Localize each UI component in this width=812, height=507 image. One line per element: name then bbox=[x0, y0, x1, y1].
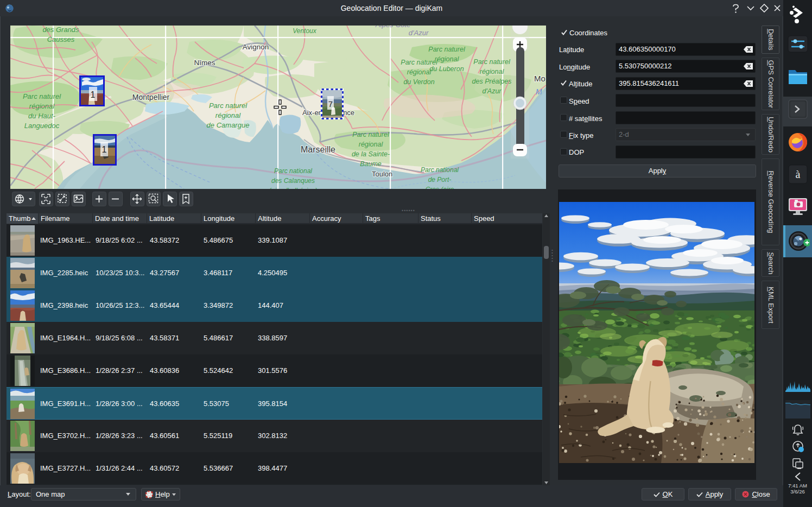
svg-text:d'Azur: d'Azur bbox=[409, 29, 429, 37]
svg-text:Parc naturel: Parc naturel bbox=[209, 102, 248, 110]
svg-text:à: à bbox=[796, 168, 801, 180]
svg-text:Avignon: Avignon bbox=[243, 43, 269, 51]
svg-text:régional: régional bbox=[435, 55, 460, 63]
svg-text:régional: régional bbox=[215, 111, 241, 119]
svg-text:1: 1 bbox=[102, 145, 107, 154]
svg-text:Parc naturel: Parc naturel bbox=[473, 58, 511, 66]
svg-text:d'Azur: d'Azur bbox=[482, 87, 502, 95]
svg-text:Nîmes: Nîmes bbox=[194, 59, 215, 67]
svg-text:Ventoux: Ventoux bbox=[293, 27, 317, 35]
svg-text:Parc naturel: Parc naturel bbox=[23, 92, 61, 100]
svg-text:de Camargue: de Camargue bbox=[207, 121, 250, 129]
svg-text:Montpellier: Montpellier bbox=[132, 93, 170, 102]
svg-text:Parc national: Parc national bbox=[274, 167, 312, 175]
svg-text:Parc national: Parc national bbox=[421, 166, 459, 174]
svg-text:régional: régional bbox=[29, 102, 55, 110]
svg-text:Mo: Mo bbox=[534, 74, 545, 83]
svg-text:du Haut-: du Haut- bbox=[28, 112, 56, 120]
svg-text:1: 1 bbox=[91, 90, 96, 99]
svg-text:de Port-: de Port- bbox=[428, 176, 452, 183]
svg-text:du Luberon: du Luberon bbox=[429, 65, 464, 73]
svg-text:M: M bbox=[536, 87, 542, 96]
svg-text:des Préalpes: des Préalpes bbox=[472, 78, 512, 85]
svg-text:des Calanques: des Calanques bbox=[271, 177, 315, 185]
svg-text:7: 7 bbox=[328, 99, 333, 109]
svg-text:des Grands: des Grands bbox=[42, 26, 79, 34]
svg-text:régional: régional bbox=[407, 68, 432, 76]
svg-text:de la Sainte-: de la Sainte- bbox=[352, 150, 390, 158]
svg-text:Baume: Baume bbox=[360, 160, 382, 168]
svg-text:régional: régional bbox=[480, 68, 505, 75]
svg-text:du Verdon: du Verdon bbox=[403, 78, 434, 86]
svg-text:Cros (aire: Cros (aire bbox=[426, 186, 454, 189]
svg-text:Causses: Causses bbox=[47, 35, 75, 43]
svg-text:Parc naturel: Parc naturel bbox=[401, 59, 438, 66]
svg-text:Parc naturel: Parc naturel bbox=[352, 131, 390, 138]
svg-text:régional: régional bbox=[359, 141, 384, 148]
svg-text:Languedoc: Languedoc bbox=[24, 122, 60, 130]
svg-text:Alpes-Côte: Alpes-Côte bbox=[375, 26, 410, 29]
svg-text:(aire d'adhésion): (aire d'adhésion) bbox=[269, 187, 317, 189]
svg-text:Parc naturel: Parc naturel bbox=[428, 46, 466, 53]
svg-text:Marseille: Marseille bbox=[301, 145, 335, 154]
svg-text:Toulon: Toulon bbox=[372, 170, 392, 178]
